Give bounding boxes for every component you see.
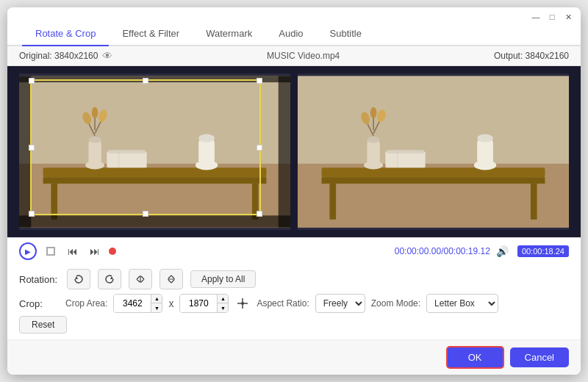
svg-rect-42 — [385, 152, 425, 168]
svg-rect-30 — [322, 177, 545, 184]
title-bar: — □ ✕ — [7, 7, 581, 24]
tab-rotate-crop[interactable]: Rotate & Crop — [22, 24, 109, 46]
playhead[interactable] — [109, 248, 116, 255]
window-controls: — □ ✕ — [531, 12, 573, 22]
rotation-label: Rotation: — [19, 274, 60, 285]
crop-handle-tm[interactable] — [143, 78, 148, 84]
crop-area-label: Crop Area: — [65, 298, 107, 309]
crop-height-input[interactable]: ▲ ▼ — [179, 294, 229, 313]
prev-frame-icon: ⏮ — [68, 245, 78, 257]
tab-bar: Rotate & Crop Effect & Filter Watermark … — [7, 24, 581, 46]
minimize-button[interactable]: — — [531, 12, 541, 22]
crop-handle-ml[interactable] — [29, 145, 35, 151]
time-display: 00:00:00.00/00:00:19.12 — [395, 246, 490, 256]
crop-handle-tl[interactable] — [29, 78, 35, 84]
svg-rect-34 — [367, 140, 379, 165]
svg-rect-31 — [329, 184, 336, 220]
crop-width-spinners: ▲ ▼ — [151, 294, 162, 313]
apply-all-button[interactable]: Apply to All — [190, 270, 256, 288]
crop-overlay[interactable] — [30, 79, 261, 215]
crop-height-spinners: ▲ ▼ — [217, 294, 228, 313]
svg-rect-43 — [387, 150, 424, 153]
svg-rect-23 — [279, 76, 290, 227]
svg-point-47 — [477, 134, 493, 143]
main-window: — □ ✕ Rotate & Crop Effect & Filter Wate… — [7, 7, 581, 375]
tab-effect-filter[interactable]: Effect & Filter — [109, 24, 193, 46]
svg-rect-22 — [19, 76, 31, 227]
rotation-row: Rotation: — [19, 269, 569, 289]
aspect-ratio-select[interactable]: Freely 16:9 4:3 1:1 9:16 — [315, 294, 365, 313]
crop-handle-bl[interactable] — [29, 211, 35, 217]
play-button[interactable]: ▶ — [19, 242, 37, 260]
settings-area: Rotation: — [7, 264, 581, 339]
link-dimensions-button[interactable] — [234, 295, 251, 311]
rotate-right-button[interactable] — [98, 269, 121, 289]
crop-width-field[interactable] — [114, 295, 151, 312]
tab-audio[interactable]: Audio — [265, 24, 316, 46]
maximize-button[interactable]: □ — [547, 12, 557, 22]
crop-height-down[interactable]: ▼ — [218, 303, 228, 313]
preview-area — [7, 66, 581, 237]
filename: MUSIC Video.mp4 — [267, 51, 340, 61]
svg-rect-46 — [477, 138, 493, 165]
volume-icon[interactable]: 🔊 — [496, 245, 509, 257]
svg-point-35 — [367, 137, 379, 143]
eye-icon[interactable]: 👁 — [102, 50, 112, 62]
info-right: Output: 3840x2160 — [494, 51, 569, 61]
preview-right — [298, 73, 569, 230]
crop-handle-bm[interactable] — [143, 211, 148, 217]
tab-subtitle[interactable]: Subtitle — [317, 24, 375, 46]
tab-watermark[interactable]: Watermark — [193, 24, 265, 46]
crop-width-input[interactable]: ▲ ▼ — [113, 294, 162, 313]
stop-icon — [46, 247, 55, 256]
crop-handle-mr[interactable] — [257, 145, 262, 151]
prev-frame-button[interactable]: ⏮ — [65, 243, 81, 259]
play-icon: ▶ — [25, 248, 31, 256]
info-bar: Original: 3840x2160 👁 MUSIC Video.mp4 Ou… — [7, 46, 581, 66]
ok-button[interactable]: OK — [446, 346, 504, 369]
output-resolution: Output: 3840x2160 — [494, 51, 569, 61]
crop-row: Crop: Crop Area: ▲ ▼ x ▲ ▼ — [19, 294, 569, 313]
playback-controls: ▶ ⏮ ⏭ 00:00:00.00/00:00:19.12 🔊 00:00:18… — [7, 237, 581, 264]
time-badge: 00:00:18.24 — [517, 245, 569, 257]
dimension-separator: x — [168, 298, 173, 309]
svg-point-50 — [241, 302, 244, 305]
crop-height-field[interactable] — [180, 295, 217, 312]
original-resolution: Original: 3840x2160 — [19, 51, 98, 61]
svg-rect-29 — [322, 167, 545, 177]
bottom-bar: OK Cancel — [7, 339, 581, 375]
stop-button[interactable] — [43, 243, 59, 259]
svg-rect-32 — [531, 184, 537, 220]
zoom-mode-select[interactable]: Letter Box Pan & Scan Full — [426, 294, 498, 313]
crop-width-up[interactable]: ▲ — [151, 294, 162, 303]
crop-width-down[interactable]: ▼ — [151, 303, 162, 313]
flip-horizontal-button[interactable] — [129, 269, 152, 289]
cancel-button[interactable]: Cancel — [510, 347, 569, 367]
reset-button[interactable]: Reset — [19, 316, 67, 334]
crop-height-up[interactable]: ▲ — [218, 294, 228, 303]
crop-label: Crop: — [19, 298, 60, 309]
aspect-ratio-label: Aspect Ratio: — [257, 298, 309, 309]
preview-left — [19, 73, 290, 230]
crop-handle-tr[interactable] — [257, 78, 262, 84]
svg-rect-25 — [19, 215, 290, 227]
zoom-mode-label: Zoom Mode: — [371, 298, 420, 309]
rotate-left-button[interactable] — [67, 269, 90, 289]
crop-handle-br[interactable] — [257, 211, 262, 217]
next-frame-icon: ⏭ — [90, 245, 100, 257]
svg-point-41 — [370, 107, 377, 118]
next-frame-button[interactable]: ⏭ — [87, 243, 103, 259]
flip-vertical-button[interactable] — [159, 269, 183, 289]
close-button[interactable]: ✕ — [563, 12, 573, 22]
info-left: Original: 3840x2160 👁 — [19, 50, 112, 62]
